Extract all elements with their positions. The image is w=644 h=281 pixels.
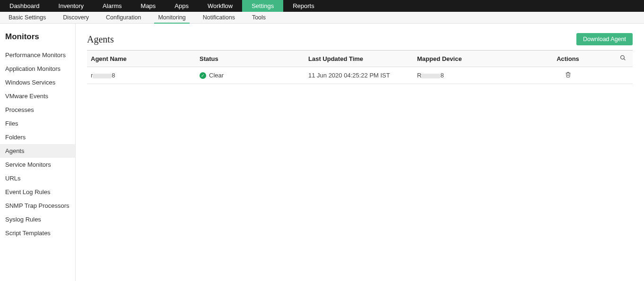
table-header-row: Agent Name Status Last Updated Time Mapp… <box>87 51 633 67</box>
nav-alarms[interactable]: Alarms <box>93 0 131 12</box>
cell-status: ✓ Clear <box>196 67 305 84</box>
sidebar-item-agents[interactable]: Agents <box>0 144 75 158</box>
agent-name-suffix: 8 <box>112 72 115 79</box>
sidebar-item-urls[interactable]: URLs <box>0 171 75 185</box>
sidebar: Monitors Performance Monitors Applicatio… <box>0 24 76 281</box>
status-clear-icon: ✓ <box>200 72 206 79</box>
subnav-monitoring[interactable]: Monitoring <box>149 12 194 23</box>
nav-workflow[interactable]: Workflow <box>198 0 242 12</box>
col-mapped-device[interactable]: Mapped Device <box>413 51 522 67</box>
sidebar-item-files[interactable]: Files <box>0 117 75 130</box>
sidebar-item-application-monitors[interactable]: Application Monitors <box>0 62 75 76</box>
sidebar-title: Monitors <box>5 32 75 42</box>
sidebar-item-processes[interactable]: Processes <box>0 103 75 117</box>
nav-maps[interactable]: Maps <box>131 0 165 12</box>
page-title: Agents <box>87 34 114 45</box>
col-agent-name[interactable]: Agent Name <box>87 51 196 67</box>
cell-spacer <box>614 67 633 84</box>
agents-table: Agent Name Status Last Updated Time Mapp… <box>87 51 633 84</box>
top-nav: Dashboard Inventory Alarms Maps Apps Wor… <box>0 0 644 12</box>
svg-line-1 <box>624 59 625 60</box>
subnav-notifications[interactable]: Notifications <box>194 12 244 23</box>
nav-settings[interactable]: Settings <box>242 0 283 12</box>
col-last-updated[interactable]: Last Updated Time <box>305 51 413 67</box>
sidebar-item-vmware-events[interactable]: VMware Events <box>0 89 75 103</box>
delete-icon[interactable] <box>565 72 571 79</box>
table-row[interactable]: r 8 ✓ Clear 11 Jun 2020 04:25:22 PM IST … <box>87 67 633 84</box>
sidebar-item-folders[interactable]: Folders <box>0 130 75 144</box>
col-search[interactable] <box>614 51 633 67</box>
sub-nav: Basic Settings Discovery Configuration M… <box>0 12 644 24</box>
mapped-device-suffix: 8 <box>440 72 444 79</box>
sidebar-item-syslog-rules[interactable]: Syslog Rules <box>0 213 75 226</box>
col-status[interactable]: Status <box>196 51 305 67</box>
redacted-text <box>421 74 440 78</box>
subnav-basic-settings[interactable]: Basic Settings <box>0 12 54 23</box>
search-icon[interactable] <box>620 55 626 62</box>
nav-dashboard[interactable]: Dashboard <box>0 0 49 12</box>
sidebar-item-performance-monitors[interactable]: Performance Monitors <box>0 48 75 62</box>
subnav-discovery[interactable]: Discovery <box>54 12 97 23</box>
sidebar-item-service-monitors[interactable]: Service Monitors <box>0 158 75 171</box>
cell-agent-name: r 8 <box>87 67 196 84</box>
subnav-tools[interactable]: Tools <box>244 12 274 23</box>
nav-apps[interactable]: Apps <box>165 0 198 12</box>
layout: Monitors Performance Monitors Applicatio… <box>0 24 644 281</box>
status-text: Clear <box>209 72 224 79</box>
nav-reports[interactable]: Reports <box>283 0 324 12</box>
main-content: Agents Download Agent Agent Name Status … <box>76 24 644 281</box>
svg-point-0 <box>621 56 625 60</box>
col-actions: Actions <box>522 51 614 67</box>
sidebar-item-event-log-rules[interactable]: Event Log Rules <box>0 185 75 199</box>
subnav-configuration[interactable]: Configuration <box>97 12 149 23</box>
sidebar-item-script-templates[interactable]: Script Templates <box>0 226 75 240</box>
sidebar-item-snmp-trap-processors[interactable]: SNMP Trap Processors <box>0 199 75 213</box>
nav-inventory[interactable]: Inventory <box>49 0 93 12</box>
page-header: Agents Download Agent <box>87 33 633 51</box>
redacted-text <box>93 74 112 78</box>
cell-actions <box>522 67 614 84</box>
download-agent-button[interactable]: Download Agent <box>576 33 633 45</box>
cell-last-updated: 11 Jun 2020 04:25:22 PM IST <box>305 67 413 84</box>
cell-mapped-device: R 8 <box>413 67 522 84</box>
sidebar-item-windows-services[interactable]: Windows Services <box>0 76 75 89</box>
mapped-device-prefix: R <box>417 72 421 79</box>
